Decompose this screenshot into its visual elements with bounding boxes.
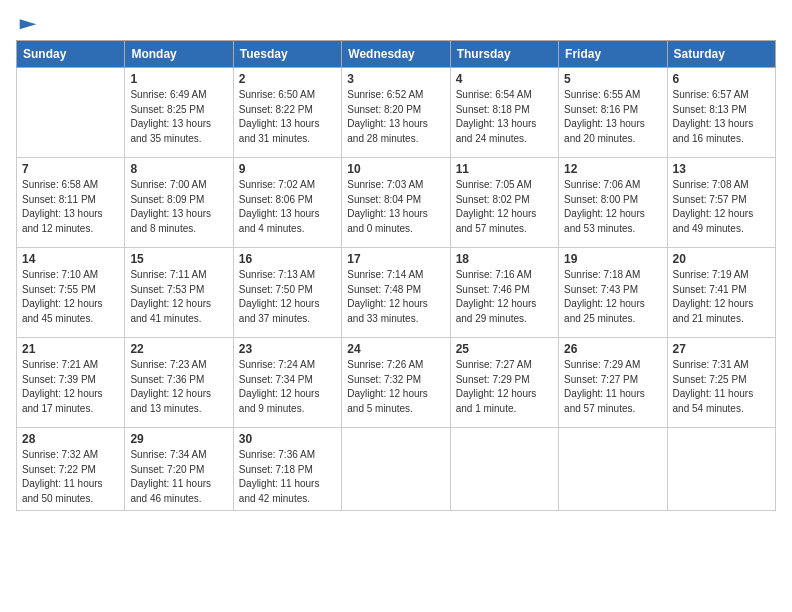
day-info: Sunrise: 6:57 AMSunset: 8:13 PMDaylight:… — [673, 88, 770, 146]
weekday-header-thursday: Thursday — [450, 41, 558, 68]
day-info: Sunrise: 7:00 AMSunset: 8:09 PMDaylight:… — [130, 178, 227, 236]
day-number: 23 — [239, 342, 336, 356]
calendar-cell: 2Sunrise: 6:50 AMSunset: 8:22 PMDaylight… — [233, 68, 341, 158]
day-number: 18 — [456, 252, 553, 266]
calendar-cell: 8Sunrise: 7:00 AMSunset: 8:09 PMDaylight… — [125, 158, 233, 248]
calendar-cell: 24Sunrise: 7:26 AMSunset: 7:32 PMDayligh… — [342, 338, 450, 428]
weekday-header-tuesday: Tuesday — [233, 41, 341, 68]
calendar-cell: 22Sunrise: 7:23 AMSunset: 7:36 PMDayligh… — [125, 338, 233, 428]
day-number: 22 — [130, 342, 227, 356]
day-info: Sunrise: 7:29 AMSunset: 7:27 PMDaylight:… — [564, 358, 661, 416]
calendar-cell — [559, 428, 667, 511]
calendar-cell: 3Sunrise: 6:52 AMSunset: 8:20 PMDaylight… — [342, 68, 450, 158]
day-info: Sunrise: 7:03 AMSunset: 8:04 PMDaylight:… — [347, 178, 444, 236]
calendar-cell: 16Sunrise: 7:13 AMSunset: 7:50 PMDayligh… — [233, 248, 341, 338]
day-info: Sunrise: 7:23 AMSunset: 7:36 PMDaylight:… — [130, 358, 227, 416]
calendar-cell: 15Sunrise: 7:11 AMSunset: 7:53 PMDayligh… — [125, 248, 233, 338]
day-info: Sunrise: 7:11 AMSunset: 7:53 PMDaylight:… — [130, 268, 227, 326]
day-number: 9 — [239, 162, 336, 176]
day-info: Sunrise: 7:21 AMSunset: 7:39 PMDaylight:… — [22, 358, 119, 416]
day-info: Sunrise: 7:13 AMSunset: 7:50 PMDaylight:… — [239, 268, 336, 326]
day-number: 2 — [239, 72, 336, 86]
day-number: 28 — [22, 432, 119, 446]
svg-marker-0 — [20, 19, 37, 29]
calendar-cell — [667, 428, 775, 511]
calendar-cell: 14Sunrise: 7:10 AMSunset: 7:55 PMDayligh… — [17, 248, 125, 338]
calendar-cell: 18Sunrise: 7:16 AMSunset: 7:46 PMDayligh… — [450, 248, 558, 338]
day-info: Sunrise: 7:06 AMSunset: 8:00 PMDaylight:… — [564, 178, 661, 236]
calendar-cell — [17, 68, 125, 158]
day-number: 10 — [347, 162, 444, 176]
day-info: Sunrise: 7:31 AMSunset: 7:25 PMDaylight:… — [673, 358, 770, 416]
day-info: Sunrise: 7:19 AMSunset: 7:41 PMDaylight:… — [673, 268, 770, 326]
day-info: Sunrise: 7:16 AMSunset: 7:46 PMDaylight:… — [456, 268, 553, 326]
day-number: 5 — [564, 72, 661, 86]
day-info: Sunrise: 6:55 AMSunset: 8:16 PMDaylight:… — [564, 88, 661, 146]
header — [16, 16, 776, 32]
day-number: 21 — [22, 342, 119, 356]
day-number: 4 — [456, 72, 553, 86]
weekday-header-sunday: Sunday — [17, 41, 125, 68]
calendar-cell: 19Sunrise: 7:18 AMSunset: 7:43 PMDayligh… — [559, 248, 667, 338]
day-number: 1 — [130, 72, 227, 86]
day-info: Sunrise: 7:27 AMSunset: 7:29 PMDaylight:… — [456, 358, 553, 416]
calendar-cell: 29Sunrise: 7:34 AMSunset: 7:20 PMDayligh… — [125, 428, 233, 511]
day-number: 24 — [347, 342, 444, 356]
calendar-cell: 1Sunrise: 6:49 AMSunset: 8:25 PMDaylight… — [125, 68, 233, 158]
day-info: Sunrise: 7:26 AMSunset: 7:32 PMDaylight:… — [347, 358, 444, 416]
day-info: Sunrise: 7:18 AMSunset: 7:43 PMDaylight:… — [564, 268, 661, 326]
day-info: Sunrise: 6:52 AMSunset: 8:20 PMDaylight:… — [347, 88, 444, 146]
day-number: 29 — [130, 432, 227, 446]
logo — [16, 16, 38, 32]
weekday-header-monday: Monday — [125, 41, 233, 68]
week-row-3: 14Sunrise: 7:10 AMSunset: 7:55 PMDayligh… — [17, 248, 776, 338]
week-row-5: 28Sunrise: 7:32 AMSunset: 7:22 PMDayligh… — [17, 428, 776, 511]
day-number: 20 — [673, 252, 770, 266]
day-number: 16 — [239, 252, 336, 266]
weekday-header-friday: Friday — [559, 41, 667, 68]
calendar-cell: 23Sunrise: 7:24 AMSunset: 7:34 PMDayligh… — [233, 338, 341, 428]
calendar-cell: 6Sunrise: 6:57 AMSunset: 8:13 PMDaylight… — [667, 68, 775, 158]
week-row-1: 1Sunrise: 6:49 AMSunset: 8:25 PMDaylight… — [17, 68, 776, 158]
day-number: 17 — [347, 252, 444, 266]
day-info: Sunrise: 6:49 AMSunset: 8:25 PMDaylight:… — [130, 88, 227, 146]
weekday-header-row: SundayMondayTuesdayWednesdayThursdayFrid… — [17, 41, 776, 68]
calendar-cell: 4Sunrise: 6:54 AMSunset: 8:18 PMDaylight… — [450, 68, 558, 158]
calendar-cell: 20Sunrise: 7:19 AMSunset: 7:41 PMDayligh… — [667, 248, 775, 338]
week-row-2: 7Sunrise: 6:58 AMSunset: 8:11 PMDaylight… — [17, 158, 776, 248]
day-number: 6 — [673, 72, 770, 86]
calendar-cell — [450, 428, 558, 511]
day-number: 3 — [347, 72, 444, 86]
day-number: 7 — [22, 162, 119, 176]
calendar-cell: 11Sunrise: 7:05 AMSunset: 8:02 PMDayligh… — [450, 158, 558, 248]
day-info: Sunrise: 7:36 AMSunset: 7:18 PMDaylight:… — [239, 448, 336, 506]
weekday-header-saturday: Saturday — [667, 41, 775, 68]
day-number: 8 — [130, 162, 227, 176]
day-info: Sunrise: 7:02 AMSunset: 8:06 PMDaylight:… — [239, 178, 336, 236]
weekday-header-wednesday: Wednesday — [342, 41, 450, 68]
day-info: Sunrise: 7:34 AMSunset: 7:20 PMDaylight:… — [130, 448, 227, 506]
day-number: 14 — [22, 252, 119, 266]
week-row-4: 21Sunrise: 7:21 AMSunset: 7:39 PMDayligh… — [17, 338, 776, 428]
logo-flag-icon — [18, 16, 38, 36]
calendar-table: SundayMondayTuesdayWednesdayThursdayFrid… — [16, 40, 776, 511]
calendar-cell: 5Sunrise: 6:55 AMSunset: 8:16 PMDaylight… — [559, 68, 667, 158]
calendar-cell: 10Sunrise: 7:03 AMSunset: 8:04 PMDayligh… — [342, 158, 450, 248]
day-info: Sunrise: 7:05 AMSunset: 8:02 PMDaylight:… — [456, 178, 553, 236]
day-info: Sunrise: 7:10 AMSunset: 7:55 PMDaylight:… — [22, 268, 119, 326]
calendar-cell: 7Sunrise: 6:58 AMSunset: 8:11 PMDaylight… — [17, 158, 125, 248]
day-info: Sunrise: 7:32 AMSunset: 7:22 PMDaylight:… — [22, 448, 119, 506]
day-info: Sunrise: 7:24 AMSunset: 7:34 PMDaylight:… — [239, 358, 336, 416]
day-number: 12 — [564, 162, 661, 176]
day-number: 19 — [564, 252, 661, 266]
calendar-cell: 17Sunrise: 7:14 AMSunset: 7:48 PMDayligh… — [342, 248, 450, 338]
day-number: 25 — [456, 342, 553, 356]
day-number: 15 — [130, 252, 227, 266]
calendar-cell: 12Sunrise: 7:06 AMSunset: 8:00 PMDayligh… — [559, 158, 667, 248]
calendar-cell: 26Sunrise: 7:29 AMSunset: 7:27 PMDayligh… — [559, 338, 667, 428]
day-info: Sunrise: 6:50 AMSunset: 8:22 PMDaylight:… — [239, 88, 336, 146]
calendar-cell: 28Sunrise: 7:32 AMSunset: 7:22 PMDayligh… — [17, 428, 125, 511]
day-number: 27 — [673, 342, 770, 356]
calendar-cell — [342, 428, 450, 511]
day-number: 26 — [564, 342, 661, 356]
